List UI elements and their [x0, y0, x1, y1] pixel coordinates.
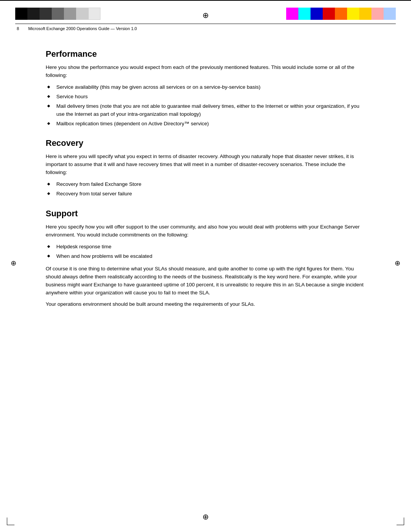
swatch-yellow — [347, 8, 359, 20]
top-bar: ⊕ — [0, 1, 411, 24]
swatch-mid2 — [64, 8, 76, 20]
list-item: Recovery from failed Exchange Store — [46, 181, 365, 189]
list-item: Mail delivery times (note that you are n… — [46, 102, 365, 118]
color-strip-right — [286, 8, 396, 20]
list-item: Service availability (this may be given … — [46, 83, 365, 91]
header-line: 8 Microsoft Exchange 2000 Operations Gui… — [15, 24, 396, 31]
list-item: Helpdesk response time — [46, 243, 365, 251]
list-item: Mailbox replication times (dependent on … — [46, 120, 365, 128]
swatch-white — [88, 8, 100, 20]
swatch-blue — [311, 8, 323, 20]
swatch-red — [323, 8, 335, 20]
swatch-mid1 — [52, 8, 64, 20]
support-paragraph-1: Of course it is one thing to determine w… — [46, 265, 365, 297]
performance-title: Performance — [46, 49, 365, 59]
performance-bullet-list: Service availability (this may be given … — [46, 83, 365, 128]
main-content: Performance Here you show the performanc… — [0, 31, 411, 335]
support-intro: Here you specify how you will offer supp… — [46, 223, 365, 239]
support-title: Support — [46, 209, 365, 219]
support-bullet-list: Helpdesk response time When and how prob… — [46, 243, 365, 260]
recovery-bullet-list: Recovery from failed Exchange Store Reco… — [46, 181, 365, 198]
list-item: Service hours — [46, 93, 365, 101]
swatch-gold — [359, 8, 371, 20]
italic-word: want — [81, 282, 92, 288]
color-strip-left — [15, 8, 100, 20]
swatch-dark1 — [27, 8, 40, 20]
swatch-cyan — [298, 8, 311, 20]
swatch-dark2 — [40, 8, 52, 20]
performance-intro: Here you show the performance you would … — [46, 64, 365, 80]
support-paragraph-2: Your operations environment should be bu… — [46, 300, 365, 308]
swatch-light1 — [76, 8, 88, 20]
swatch-pink — [371, 8, 384, 20]
swatch-black — [15, 8, 27, 20]
swatch-orange — [335, 8, 347, 20]
reg-dot-right: ⊕ — [395, 259, 400, 267]
list-item: Recovery from total server failure — [46, 190, 365, 198]
swatch-lightblue — [384, 8, 396, 20]
recovery-intro: Here is where you will specify what you … — [46, 153, 365, 177]
recovery-title: Recovery — [46, 138, 365, 148]
header-title: Microsoft Exchange 2000 Operations Guide… — [27, 26, 137, 31]
header-text: 8 — [15, 26, 19, 31]
swatch-magenta — [286, 8, 298, 20]
center-crosshair-bottom: ⊕ — [202, 512, 209, 521]
page: ⊕ ⊕ ⊕ 8 Microsoft Exchange 2000 Opera — [0, 0, 411, 532]
center-crosshair-top: ⊕ — [202, 11, 209, 20]
reg-dot-left: ⊕ — [11, 259, 16, 267]
list-item: When and how problems will be escalated — [46, 252, 365, 260]
reg-mark-bottom-right — [397, 518, 404, 525]
reg-mark-bottom-left — [7, 518, 14, 525]
